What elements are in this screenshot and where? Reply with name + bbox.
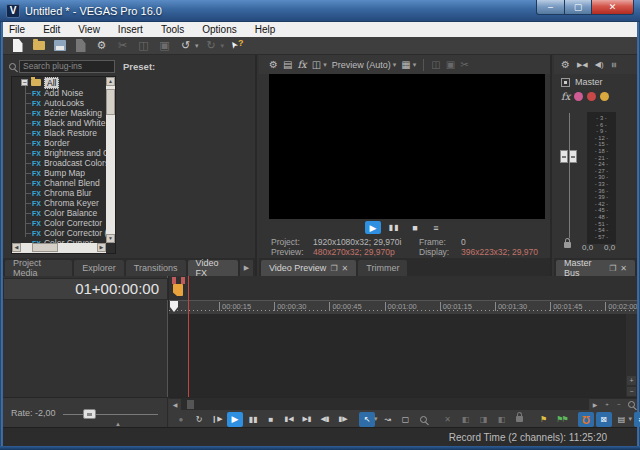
hscroll-right-icon[interactable]: ▶ xyxy=(589,399,601,410)
track-zoom-out-icon[interactable]: − xyxy=(627,387,636,396)
collapse-icon[interactable]: − xyxy=(21,79,28,86)
plugin-list-item[interactable]: FX Bézier Masking xyxy=(12,108,115,118)
tab-project-media[interactable]: Project Media xyxy=(5,260,72,276)
zoom-tool-icon[interactable] xyxy=(625,399,637,410)
split-screen-dropdown[interactable]: ▾ xyxy=(323,61,327,69)
loop-region-in-handle[interactable] xyxy=(172,277,176,284)
menu-insert[interactable]: Insert xyxy=(109,22,152,37)
tab-close-icon[interactable]: ✕ xyxy=(342,264,349,273)
tab-trimmer[interactable]: Trimmer xyxy=(358,260,407,276)
tab-scroll-right-icon[interactable]: ▶ xyxy=(240,260,253,276)
ripple-mode-dropdown[interactable]: ▾ xyxy=(629,415,633,423)
envelope-tool-button[interactable]: ↝ xyxy=(380,412,396,427)
stop-button[interactable]: ■ xyxy=(263,412,279,427)
volume-fader-left[interactable] xyxy=(560,150,568,163)
external-monitor-icon[interactable]: ▤ xyxy=(283,59,292,70)
hscroll-left-icon[interactable]: ◀ xyxy=(169,399,181,410)
snapping-button[interactable]: Ω xyxy=(578,412,594,427)
timeline-hscrollbar[interactable]: ◀ ▶ + − xyxy=(169,398,637,410)
go-to-start-button[interactable]: ▮◀ xyxy=(281,412,297,427)
auto-ripple-button[interactable]: ⊠ xyxy=(596,412,612,427)
preview-quality-selector[interactable]: Preview (Auto) xyxy=(332,60,391,70)
plugin-list-item[interactable]: FX Chroma Keyer xyxy=(12,198,115,208)
loop-region-out-handle[interactable] xyxy=(181,277,185,284)
timeline-tracks-area[interactable]: 00:00:1500:00:3000:00:4500:01:0000:01:15… xyxy=(169,276,637,397)
undo-button[interactable]: ↺ xyxy=(177,38,194,53)
plugin-list-item[interactable]: FX Chroma Blur xyxy=(12,188,115,198)
tab-float-icon[interactable]: ❐ xyxy=(330,264,337,273)
hscroll-thumb[interactable] xyxy=(32,243,58,252)
minimize-button[interactable]: – xyxy=(536,0,565,15)
plugin-list-item[interactable]: FX Black and White xyxy=(12,118,115,128)
tab-float-icon[interactable]: ❐ xyxy=(609,264,616,273)
rate-slider-track[interactable] xyxy=(63,414,158,415)
overlays-grid-icon[interactable]: ▦ xyxy=(401,59,410,70)
search-input[interactable] xyxy=(19,60,115,73)
downmix-speaker-icon[interactable]: ◀) xyxy=(595,60,604,69)
playhead-line[interactable] xyxy=(188,276,189,397)
plugin-list-vscrollbar[interactable]: ▲ ▼ xyxy=(106,77,115,243)
paste-button[interactable]: ▣ xyxy=(156,38,173,53)
plugin-list[interactable]: − All FX Add Noise FX xyxy=(11,76,116,254)
overlays-dropdown[interactable]: ▾ xyxy=(413,61,417,69)
bus-fx-icon[interactable]: fx xyxy=(561,91,570,102)
undo-dropdown[interactable]: ▾ xyxy=(195,42,199,50)
tab-transitions[interactable]: Transitions xyxy=(126,260,186,276)
video-output-fx-icon[interactable]: fx xyxy=(297,59,306,70)
scroll-left-icon[interactable]: ◀ xyxy=(12,243,21,252)
ripple-mode-button[interactable]: ▤ xyxy=(614,412,630,427)
hscroll-thumb[interactable] xyxy=(187,400,194,409)
plugin-list-item[interactable]: FX Add Noise xyxy=(12,88,115,98)
zoom-edit-tool-button[interactable] xyxy=(416,412,432,427)
next-frame-button[interactable]: ▮▶ xyxy=(335,412,351,427)
pause-button[interactable]: ▮▮ xyxy=(245,412,261,427)
track-zoom-in-icon[interactable]: + xyxy=(627,376,636,385)
play-button[interactable]: ▶ xyxy=(227,412,243,427)
fader-lock-icon[interactable] xyxy=(564,242,571,248)
plugin-list-hscrollbar[interactable]: ◀ ▶ xyxy=(12,243,106,253)
time-ruler[interactable]: 00:00:1500:00:3000:00:4500:01:0000:01:15… xyxy=(169,300,637,314)
volume-fader-right[interactable] xyxy=(569,150,577,163)
insert-region-button[interactable]: ⚑⚑ xyxy=(554,412,570,427)
noise-gate-plugin-icon[interactable] xyxy=(574,92,583,101)
go-to-end-button[interactable]: ▶▮ xyxy=(299,412,315,427)
time-zoom-in-icon[interactable]: + xyxy=(601,399,613,410)
interactive-tutorials-button[interactable] xyxy=(228,38,245,53)
rate-slider-thumb[interactable] xyxy=(83,409,96,419)
close-button[interactable]: ✕ xyxy=(592,0,634,15)
title-bar[interactable]: V Untitled * - VEGAS Pro 16.0 – ▢ ✕ xyxy=(0,0,640,22)
time-zoom-out-icon[interactable]: − xyxy=(613,399,625,410)
plugin-list-item[interactable]: FX Bump Map xyxy=(12,168,115,178)
preview-stop-button[interactable]: ■ xyxy=(407,221,423,234)
copy-button[interactable]: ◫ xyxy=(135,38,152,53)
trim-end-button[interactable]: ◨ xyxy=(476,412,492,427)
new-project-button[interactable] xyxy=(9,38,26,53)
maximize-button[interactable]: ▢ xyxy=(565,0,592,15)
plugin-list-item[interactable]: FX Black Restore xyxy=(12,128,115,138)
plugin-list-item[interactable]: FX Color Corrector xyxy=(12,218,115,228)
plugin-list-item[interactable]: FX Color Corrector (S xyxy=(12,228,115,238)
vscroll-thumb[interactable] xyxy=(106,89,115,115)
insert-bus-icon[interactable]: ▶◀ xyxy=(577,61,588,69)
marker-flag-icon[interactable] xyxy=(173,284,183,296)
save-snapshot-icon[interactable]: ▣ xyxy=(446,59,455,70)
snapshot-scissors-icon[interactable]: ✂ xyxy=(460,59,468,70)
timecode-display[interactable]: 01+00:00:00 xyxy=(3,278,168,300)
mixer-faders-icon[interactable]: ≡ xyxy=(608,62,618,67)
edit-tool-dropdown[interactable]: ▾ xyxy=(374,415,378,423)
insert-marker-button[interactable]: ⚑ xyxy=(536,412,552,427)
redo-button[interactable]: ↻ xyxy=(203,38,220,53)
open-button[interactable] xyxy=(30,38,47,53)
preview-pause-button[interactable]: ▮▮ xyxy=(386,221,402,234)
menu-tools[interactable]: Tools xyxy=(152,22,193,37)
normal-edit-tool-button[interactable]: ↖ xyxy=(359,412,375,427)
scroll-right-icon[interactable]: ▶ xyxy=(97,243,106,252)
save-button[interactable] xyxy=(51,38,68,53)
previous-frame-button[interactable]: ◀▮ xyxy=(317,412,333,427)
tab-video-preview[interactable]: Video Preview ❐ ✕ xyxy=(261,260,356,276)
preview-quality-dropdown[interactable]: ▾ xyxy=(393,61,397,69)
lock-event-button[interactable] xyxy=(512,412,528,427)
ignore-event-grouping-button[interactable]: ⇄ xyxy=(634,412,640,427)
tab-video-fx[interactable]: Video FX xyxy=(188,260,238,276)
menu-help[interactable]: Help xyxy=(246,22,285,37)
